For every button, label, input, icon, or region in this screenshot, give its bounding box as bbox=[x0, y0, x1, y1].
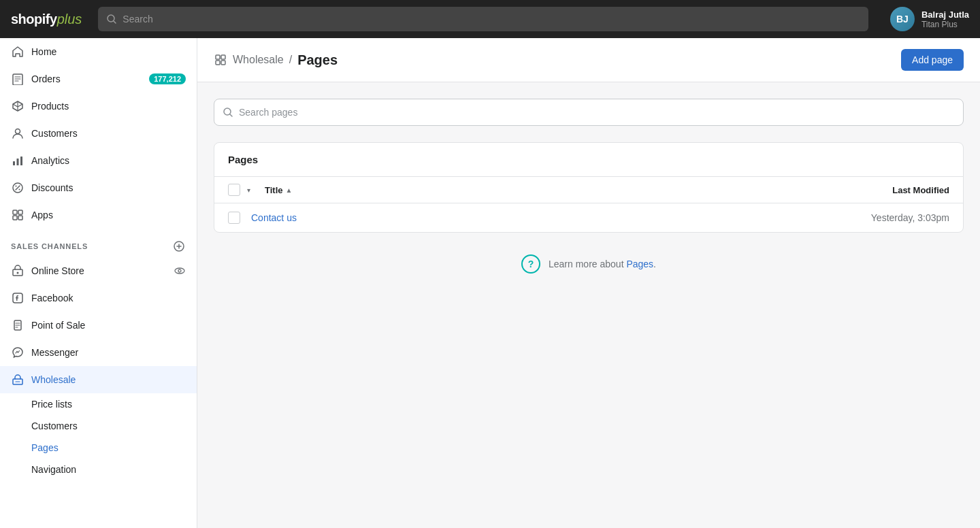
avatar: BJ bbox=[890, 7, 915, 31]
col-title-header[interactable]: Title ▲ bbox=[265, 185, 292, 195]
sidebar-item-wholesale[interactable]: Wholesale bbox=[0, 366, 197, 393]
main-content: Wholesale / Pages Add page Pages bbox=[197, 38, 980, 528]
svg-rect-12 bbox=[18, 216, 22, 220]
header-checkbox[interactable] bbox=[228, 184, 240, 196]
svg-rect-11 bbox=[13, 216, 17, 220]
svg-rect-4 bbox=[17, 159, 19, 165]
col-sort-icon: ▲ bbox=[286, 186, 293, 194]
sidebar-sub-navigation[interactable]: Navigation bbox=[0, 459, 197, 480]
header-checkbox-wrapper[interactable]: ▾ bbox=[228, 184, 254, 196]
sidebar-item-analytics[interactable]: Analytics bbox=[0, 147, 197, 174]
svg-point-8 bbox=[19, 189, 20, 191]
svg-rect-21 bbox=[216, 55, 220, 59]
breadcrumb-current-page: Pages bbox=[297, 52, 338, 68]
sidebar-item-orders-label: Orders bbox=[31, 73, 61, 84]
sidebar-item-pos[interactable]: Point of Sale bbox=[0, 312, 197, 339]
learn-more-text: Learn more about Pages. bbox=[549, 259, 656, 269]
main-layout: Home Orders 177,212 Products bbox=[0, 38, 980, 528]
search-pages-bar[interactable] bbox=[214, 99, 964, 126]
sidebar-item-facebook-label: Facebook bbox=[31, 293, 73, 303]
sidebar-item-home-label: Home bbox=[31, 46, 56, 57]
sidebar-item-apps[interactable]: Apps bbox=[0, 201, 197, 229]
add-channel-button[interactable] bbox=[172, 240, 186, 253]
add-page-button[interactable]: Add page bbox=[901, 49, 964, 71]
facebook-icon bbox=[11, 291, 24, 305]
discounts-icon bbox=[11, 181, 24, 195]
sidebar-item-discounts[interactable]: Discounts bbox=[0, 174, 197, 201]
logo-plus: plus bbox=[57, 12, 82, 27]
sidebar-item-messenger[interactable]: Messenger bbox=[0, 339, 197, 366]
sidebar-item-customers[interactable]: Customers bbox=[0, 120, 197, 147]
user-area: BJ Balraj Jutla Titan Plus bbox=[890, 7, 969, 31]
pages-section-title: Pages bbox=[214, 143, 963, 177]
sidebar-item-facebook[interactable]: Facebook bbox=[0, 284, 197, 312]
svg-rect-9 bbox=[13, 210, 17, 214]
sidebar-sub-pages-label: Pages bbox=[31, 442, 59, 453]
sidebar-sub-price-lists[interactable]: Price lists bbox=[0, 393, 197, 415]
sidebar-item-wholesale-label: Wholesale bbox=[31, 374, 76, 385]
svg-point-15 bbox=[17, 272, 19, 274]
user-name: Balraj Jutla bbox=[921, 10, 969, 20]
header-checkbox-dropdown[interactable]: ▾ bbox=[243, 184, 254, 195]
sidebar-item-pos-label: Point of Sale bbox=[31, 320, 85, 331]
sidebar-item-products-label: Products bbox=[31, 101, 69, 112]
content-header: Wholesale / Pages Add page bbox=[197, 38, 980, 82]
col-title-label: Title bbox=[265, 185, 283, 195]
user-store: Titan Plus bbox=[921, 20, 969, 29]
sidebar-item-orders[interactable]: Orders 177,212 bbox=[0, 65, 197, 93]
content-body: Pages ▾ Title ▲ Last Modified bbox=[197, 82, 980, 312]
sidebar-item-home[interactable]: Home bbox=[0, 38, 197, 65]
breadcrumb-wholesale-link[interactable]: Wholesale bbox=[233, 54, 284, 66]
pos-icon bbox=[11, 318, 24, 332]
sidebar-item-products[interactable]: Products bbox=[0, 93, 197, 120]
sales-channels-label: SALES CHANNELS bbox=[11, 242, 88, 250]
search-bar[interactable] bbox=[98, 7, 868, 31]
messenger-icon bbox=[11, 346, 24, 359]
sidebar-item-discounts-label: Discounts bbox=[31, 182, 73, 193]
store-icon bbox=[11, 264, 24, 278]
wholesale-breadcrumb-icon bbox=[214, 53, 227, 67]
question-circle-icon: ? bbox=[521, 254, 540, 274]
sidebar-item-customers-label: Customers bbox=[31, 128, 78, 139]
sidebar-item-apps-label: Apps bbox=[31, 210, 53, 220]
apps-icon bbox=[11, 208, 24, 222]
analytics-icon bbox=[11, 154, 24, 167]
svg-rect-3 bbox=[13, 161, 15, 165]
customers-icon bbox=[11, 127, 24, 140]
search-input[interactable] bbox=[122, 14, 860, 24]
orders-badge: 177,212 bbox=[149, 73, 186, 84]
products-icon bbox=[11, 99, 24, 113]
svg-point-16 bbox=[175, 268, 184, 274]
svg-rect-1 bbox=[13, 74, 22, 85]
search-pages-input[interactable] bbox=[239, 107, 955, 118]
row-checkbox[interactable] bbox=[228, 212, 240, 224]
sidebar-item-messenger-label: Messenger bbox=[31, 347, 78, 358]
sidebar-item-online-store[interactable]: Online Store bbox=[0, 257, 197, 284]
sidebar-sub-customers-label: Customers bbox=[31, 420, 78, 431]
sidebar: Home Orders 177,212 Products bbox=[0, 38, 197, 528]
svg-rect-22 bbox=[221, 55, 225, 59]
top-navigation: shopifyplus BJ Balraj Jutla Titan Plus bbox=[0, 0, 980, 38]
table-header: ▾ Title ▲ Last Modified bbox=[214, 177, 963, 203]
svg-rect-5 bbox=[20, 156, 22, 165]
learn-more-pages-link[interactable]: Pages bbox=[626, 259, 653, 269]
sidebar-sub-customers[interactable]: Customers bbox=[0, 415, 197, 437]
sidebar-sub-pages[interactable]: Pages bbox=[0, 437, 197, 459]
row-last-modified: Yesterday, 3:03pm bbox=[813, 212, 949, 223]
sidebar-item-online-store-label: Online Store bbox=[31, 265, 84, 276]
sidebar-sub-navigation-label: Navigation bbox=[31, 464, 76, 475]
search-pages-icon bbox=[223, 107, 233, 118]
svg-rect-10 bbox=[18, 210, 22, 214]
search-icon bbox=[106, 14, 117, 24]
sidebar-item-analytics-label: Analytics bbox=[31, 155, 69, 166]
breadcrumb: Wholesale / Pages bbox=[214, 52, 338, 68]
sales-channels-section: SALES CHANNELS bbox=[0, 229, 197, 257]
pages-section: Pages ▾ Title ▲ Last Modified bbox=[214, 142, 964, 233]
svg-rect-23 bbox=[216, 61, 220, 65]
logo[interactable]: shopifyplus bbox=[11, 12, 82, 27]
user-info: Balraj Jutla Titan Plus bbox=[921, 10, 969, 29]
row-title-link[interactable]: Contact us bbox=[251, 212, 802, 223]
learn-more-section: ? Learn more about Pages. bbox=[214, 233, 964, 295]
eye-icon[interactable] bbox=[174, 265, 186, 277]
table-row: Contact us Yesterday, 3:03pm bbox=[214, 203, 963, 232]
